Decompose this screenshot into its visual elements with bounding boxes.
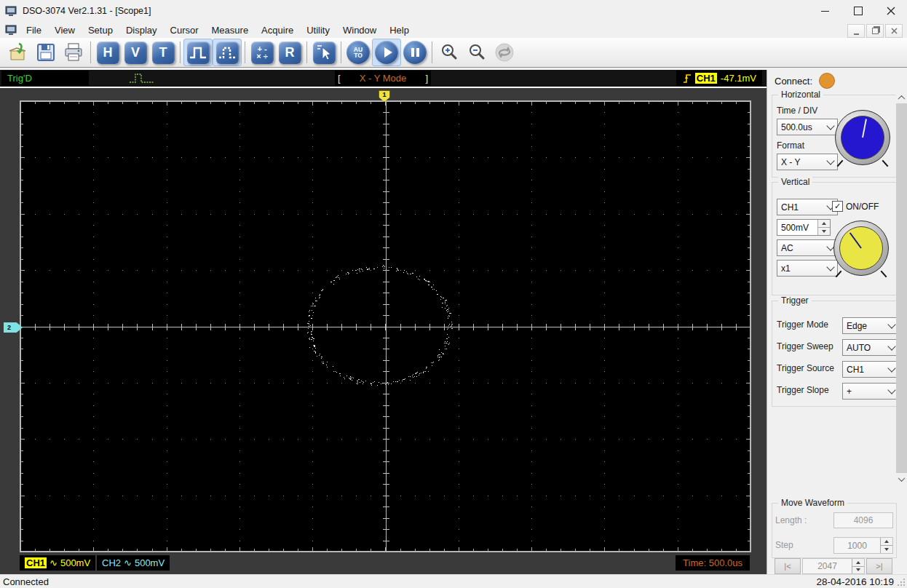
open-icon [8,42,28,63]
minimize-button[interactable] [809,0,841,22]
vertical-group: Vertical CH1 ✓ ON/OFF 500mV AC [772,182,897,295]
check-icon: ✓ [834,202,841,211]
menu-item-cursor[interactable]: Cursor [164,23,205,37]
spin-down-button[interactable] [881,546,892,553]
timebase-label: Time: 500.0us [683,557,742,568]
step-spinner[interactable]: 1000 [833,537,893,554]
chevron-down-icon [826,263,834,271]
position-value: 2047 [803,559,852,573]
time-div-select[interactable]: 500.0us [777,119,838,135]
application-window: DSO-3074 Ver2.1.31 - [Scope1] File View … [0,0,907,588]
go-first-button[interactable]: |< [775,558,801,574]
mode-bracket-left: [ [338,73,341,84]
trigger-source-select[interactable]: CH1 [842,361,899,378]
save-button[interactable] [32,39,60,65]
scrollbar-thumb[interactable] [896,103,907,473]
spin-up-button[interactable] [852,559,864,567]
pulse-solid-button[interactable] [183,39,213,66]
run-button[interactable] [372,39,401,66]
trigger-readout-channel: CH1 [695,73,717,84]
auto-button[interactable]: AU TO [344,39,372,65]
print-button[interactable] [60,39,87,65]
menu-item-view[interactable]: View [48,23,82,37]
scrollbar-down-button[interactable] [896,473,907,485]
t-letter-icon: T [152,41,175,64]
channel-select[interactable]: CH1 [777,199,838,215]
volt-scale-spinner[interactable]: 500mV [777,219,831,236]
ch1-readout: CH1 ∿ 500mV [20,555,95,571]
trigger-mode-label: Trigger Mode [777,319,828,330]
toolbar-separator [245,41,245,63]
chevron-down-icon [898,474,906,482]
mdi-minimize-button[interactable] [847,24,865,38]
display-mode-indicator: [ X - Y Mode ] [335,71,431,86]
trigger-slope-select[interactable]: + [842,383,899,400]
format-select[interactable]: X - Y [777,154,838,170]
vertical-setup-button[interactable]: V [122,39,149,65]
vertical-group-title: Vertical [778,177,812,187]
chevron-down-icon [887,364,895,372]
menu-item-measure[interactable]: Measure [205,23,256,37]
ch2-scale: 500mV [135,557,165,568]
horizontal-setup-button[interactable]: H [94,39,122,65]
resize-grip-icon[interactable] [898,579,906,587]
spin-up-button[interactable] [818,220,830,228]
reference-button[interactable]: R [276,39,304,65]
onoff-checkbox-row: ✓ ON/OFF [832,201,879,212]
mdi-restore-button[interactable] [866,24,884,38]
cursor-select-button[interactable] [310,39,338,65]
maximize-icon [854,7,863,15]
maximize-button[interactable] [841,0,874,22]
panel-scrollbar[interactable] [896,92,907,485]
open-button[interactable] [4,39,32,65]
menu-item-acquire[interactable]: Acquire [255,23,300,37]
pulse-solid-icon [187,41,210,64]
spin-down-button[interactable] [852,567,864,574]
zoom-in-button[interactable] [435,39,463,65]
probe-select[interactable]: x1 [777,260,838,277]
app-icon [5,6,17,17]
pause-icon [403,41,427,64]
datetime-readout: 28-04-2016 10:19 [816,576,894,587]
pulse-dashed-button[interactable] [213,39,242,66]
connection-status: Connected [3,576,49,587]
horizontal-knob[interactable] [835,110,890,165]
length-label: Length : [775,515,807,525]
waveform-plot[interactable] [20,100,751,552]
scrollbar-up-button[interactable] [896,92,907,103]
trigger-sweep-select[interactable]: AUTO [842,339,899,356]
menu-item-window[interactable]: Window [336,23,383,37]
trigger-setup-button[interactable]: T [149,39,177,65]
mdi-close-button[interactable] [885,24,903,38]
arrow-up-icon [884,540,889,543]
trig-status: Trig'D [7,73,32,84]
spin-down-button[interactable] [818,228,830,235]
chevron-down-icon [887,342,895,350]
volt-scale-value: 500mV [777,220,817,235]
pause-button[interactable] [401,39,429,65]
menu-item-file[interactable]: File [20,23,48,37]
vertical-knob[interactable] [833,220,889,276]
onoff-label: ON/OFF [846,202,879,212]
menu-item-help[interactable]: Help [383,23,416,37]
onoff-checkbox[interactable]: ✓ [832,201,843,212]
menu-item-display[interactable]: Display [119,23,164,37]
zoom-out-button[interactable] [463,39,491,65]
trigger-mode-select[interactable]: Edge [842,317,899,334]
close-button[interactable] [874,0,907,22]
connect-label: Connect: [775,76,812,87]
mdi-restore-icon [872,28,879,34]
time-readout: Time: 500.0us [676,555,750,571]
menu-item-setup[interactable]: Setup [82,23,119,37]
pointer-icon [313,41,336,64]
menu-item-utility[interactable]: Utility [300,23,336,37]
toolbar-separator [90,41,91,63]
position-spinner[interactable]: 2047 [802,558,865,574]
spin-up-button[interactable] [881,538,892,546]
sync-button[interactable] [491,39,518,65]
toolbar: H V T +- ×÷ R [0,38,907,68]
go-last-button[interactable]: >| [866,558,892,574]
toolbar-separator [432,41,432,63]
math-button[interactable]: +- ×÷ [248,39,276,65]
coupling-select[interactable]: AC [777,239,838,256]
